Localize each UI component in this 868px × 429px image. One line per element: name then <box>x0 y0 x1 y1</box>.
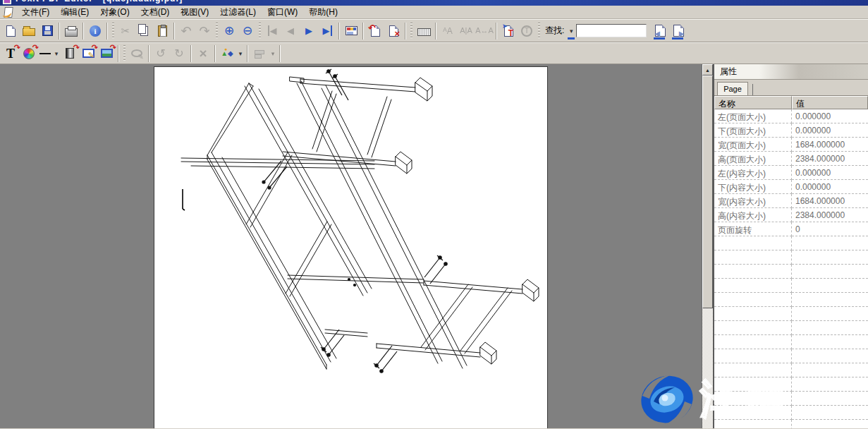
toolbar-grip[interactable] <box>410 23 412 40</box>
menu-window[interactable]: 窗口(W) <box>262 5 302 20</box>
shading-editor-button[interactable]: ↷ <box>61 44 79 63</box>
color-editor-button[interactable]: ↷ <box>20 44 38 63</box>
new-button[interactable] <box>1 22 20 40</box>
search-back-button[interactable]: ◀ <box>651 22 669 40</box>
rotate-object-left-button[interactable]: ↺ <box>152 44 170 63</box>
property-value <box>792 250 868 265</box>
property-name[interactable]: 左(页面大小) <box>714 109 792 123</box>
next-page-button[interactable]: ▶ <box>300 22 318 40</box>
delete-page-button[interactable]: × <box>384 22 403 40</box>
toolbar-grip[interactable] <box>112 23 114 40</box>
add-text-object-button[interactable]: T➤ <box>499 22 518 40</box>
prev-page-button[interactable]: ◀ <box>281 22 300 40</box>
back-triangle-icon: ◀ <box>654 30 660 37</box>
document-info-button[interactable]: i <box>86 22 104 40</box>
toolbar-grip[interactable] <box>538 23 540 40</box>
insert-shape-button[interactable]: ▲◆● <box>218 44 236 63</box>
property-row[interactable]: 宽(内容大小)1684.000000 <box>714 194 868 208</box>
property-value[interactable]: 0.000000 <box>792 123 868 138</box>
font-spacing-button[interactable]: A↔A <box>475 22 494 40</box>
paste-button[interactable] <box>153 22 171 40</box>
undo-button[interactable]: ↶ <box>177 22 195 40</box>
property-value[interactable]: 0.000000 <box>792 109 868 123</box>
first-page-button[interactable]: ◀ <box>263 22 281 40</box>
property-value[interactable]: 2384.000000 <box>792 208 868 222</box>
delete-object-button[interactable]: × <box>194 44 212 63</box>
property-name[interactable]: 下(内容大小) <box>714 180 792 194</box>
page-layout-button[interactable] <box>342 22 360 40</box>
font-width-button[interactable]: A|A <box>457 22 475 40</box>
insert-page-button[interactable]: ↶ <box>366 22 384 40</box>
property-row[interactable]: 宽(页面大小)1684.000000 <box>714 138 868 152</box>
open-button[interactable] <box>20 22 38 40</box>
print-button[interactable] <box>62 22 80 40</box>
zoom-out-button[interactable]: ⊖ <box>238 22 257 40</box>
scroll-up-button[interactable]: ▲ <box>702 64 713 75</box>
edit-shape-button[interactable]: ✎ <box>128 44 146 63</box>
save-button[interactable] <box>38 22 56 40</box>
property-value[interactable]: 2384.000000 <box>792 152 868 166</box>
property-value[interactable]: 0 <box>792 222 868 236</box>
menu-document[interactable]: 文档(D) <box>136 5 175 20</box>
text-tool-button[interactable]: T↷ <box>1 44 20 63</box>
menu-view[interactable]: 视图(V) <box>176 5 214 20</box>
menu-help[interactable]: 帮助(H) <box>304 5 343 20</box>
replace-image-button[interactable]: ↷ <box>97 44 116 63</box>
property-name[interactable]: 下(页面大小) <box>714 123 792 138</box>
property-name[interactable]: 高(页面大小) <box>714 152 792 166</box>
property-value[interactable]: 1684.000000 <box>792 138 868 152</box>
vertical-scrollbar[interactable]: ▲ <box>702 64 713 428</box>
document-canvas[interactable] <box>0 64 702 428</box>
copy-button[interactable] <box>135 22 153 40</box>
property-row[interactable]: 高(内容大小)2384.000000 <box>714 208 868 222</box>
toolbar-grip[interactable] <box>216 23 218 40</box>
pdf-page[interactable] <box>154 66 548 428</box>
scrollbar-thumb[interactable] <box>702 75 713 308</box>
property-name[interactable]: 页面旋转 <box>714 222 792 236</box>
replace-font-button[interactable]: ᴬA <box>439 22 457 40</box>
tab-page[interactable]: Page <box>717 82 748 95</box>
property-row-empty <box>714 406 868 420</box>
align-objects-button[interactable] <box>250 44 269 63</box>
cut-button[interactable]: ✂ <box>116 22 135 40</box>
property-row[interactable]: 页面旋转0 <box>714 222 868 236</box>
column-header-value[interactable]: 值 <box>792 96 868 109</box>
align-objects-dropdown[interactable]: ▾ <box>269 44 277 63</box>
menu-filter[interactable]: 过滤器(L) <box>215 5 261 20</box>
column-header-name[interactable]: 名称 <box>714 96 792 109</box>
toolbar-grip[interactable] <box>259 23 261 40</box>
property-row[interactable]: 高(页面大小)2384.000000 <box>714 152 868 166</box>
redo-button[interactable]: ↷ <box>195 22 214 40</box>
menu-file[interactable]: 文件(F) <box>17 5 54 20</box>
document-menu-icon[interactable] <box>2 7 13 18</box>
property-value[interactable]: 0.000000 <box>792 180 868 194</box>
find-input[interactable] <box>576 24 647 37</box>
property-row[interactable]: 左(内容大小)0.000000 <box>714 166 868 180</box>
property-row[interactable]: 下(页面大小)0.000000 <box>714 123 868 138</box>
property-name[interactable]: 左(内容大小) <box>714 166 792 180</box>
insert-shape-dropdown[interactable]: ▾ <box>236 44 245 63</box>
app-window-icon[interactable] <box>3 0 11 4</box>
property-value <box>792 392 868 406</box>
text-circle-button[interactable]: T <box>518 22 536 40</box>
toolbar-grip[interactable] <box>123 45 126 62</box>
last-page-button[interactable]: ▶ <box>318 22 336 40</box>
property-value[interactable]: 0.000000 <box>792 166 868 180</box>
edit-image-button[interactable]: ✎↷ <box>79 44 97 63</box>
menu-object[interactable]: 对象(O) <box>95 5 134 20</box>
menu-edit[interactable]: 编辑(E) <box>56 5 94 20</box>
zoom-in-button[interactable]: ⊕ <box>220 22 238 40</box>
property-name[interactable]: 宽(页面大小) <box>714 138 792 152</box>
panel-title-bar[interactable]: 属性 <box>714 64 868 80</box>
property-row[interactable]: 左(页面大小)0.000000 <box>714 109 868 123</box>
line-style-dropdown[interactable]: ▾ <box>52 44 61 63</box>
search-forward-button[interactable]: ▶ <box>669 22 687 40</box>
property-row[interactable]: 下(内容大小)0.000000 <box>714 180 868 194</box>
property-value[interactable]: 1684.000000 <box>792 194 868 208</box>
property-name[interactable]: 高(内容大小) <box>714 208 792 222</box>
property-name[interactable]: 宽(内容大小) <box>714 194 792 208</box>
find-dropdown[interactable]: ▾ <box>566 22 576 40</box>
line-style-button[interactable] <box>38 44 52 63</box>
keyboard-button[interactable] <box>415 22 433 40</box>
rotate-object-right-button[interactable]: ↻ <box>170 44 188 63</box>
